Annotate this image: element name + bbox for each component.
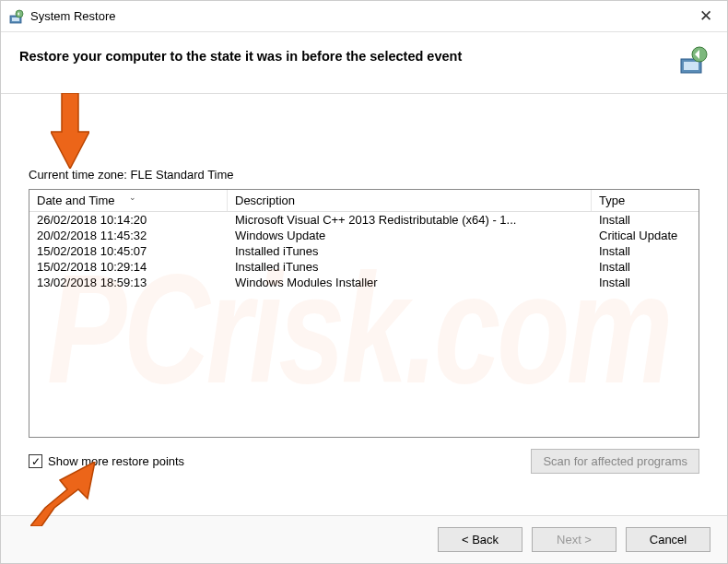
- annotation-arrow-up-right-icon: [30, 462, 104, 517]
- cell-description: Installed iTunes: [228, 259, 592, 275]
- cell-type: Install: [592, 259, 699, 275]
- timezone-label: Current time zone: FLE Standard Time: [29, 168, 699, 182]
- wizard-header: Restore your computer to the state it wa…: [1, 32, 727, 94]
- column-header-description[interactable]: Description: [228, 190, 592, 211]
- scan-affected-button[interactable]: Scan for affected programs: [531, 449, 699, 474]
- wizard-body: Current time zone: FLE Standard Time Dat…: [1, 94, 727, 483]
- table-row[interactable]: 15/02/2018 10:45:07Installed iTunesInsta…: [29, 243, 699, 259]
- svg-rect-1: [12, 18, 19, 21]
- list-header: Date and Time ⌄ Description Type: [29, 190, 699, 212]
- column-header-date[interactable]: Date and Time ⌄: [29, 190, 228, 211]
- cell-date: 15/02/2018 10:45:07: [29, 243, 228, 259]
- system-restore-large-icon: [677, 45, 709, 76]
- close-button[interactable]: ✕: [692, 6, 720, 26]
- page-heading: Restore your computer to the state it wa…: [19, 41, 677, 64]
- cell-date: 20/02/2018 11:45:32: [29, 228, 228, 243]
- window-titlebar: System Restore ✕: [1, 1, 727, 32]
- cell-type: Install: [592, 212, 699, 228]
- cell-description: Microsoft Visual C++ 2013 Redistributabl…: [228, 212, 592, 228]
- back-button[interactable]: < Back: [438, 527, 523, 552]
- column-date-label: Date and Time: [37, 194, 115, 207]
- cell-type: Critical Update: [592, 228, 699, 243]
- cell-date: 15/02/2018 10:29:14: [29, 259, 228, 275]
- cell-description: Windows Update: [228, 228, 592, 243]
- cell-type: Install: [592, 243, 699, 259]
- next-button[interactable]: Next >: [532, 527, 616, 552]
- system-restore-icon: [8, 8, 25, 25]
- table-row[interactable]: 26/02/2018 10:14:20Microsoft Visual C++ …: [29, 212, 699, 228]
- table-row[interactable]: 15/02/2018 10:29:14Installed iTunesInsta…: [29, 259, 699, 275]
- cell-date: 26/02/2018 10:14:20: [29, 212, 228, 228]
- wizard-footer: < Back Next > Cancel: [1, 515, 727, 563]
- window-title: System Restore: [30, 9, 692, 23]
- svg-rect-4: [684, 62, 699, 70]
- sort-indicator-icon: ⌄: [129, 193, 136, 202]
- annotation-arrow-down-icon: [51, 93, 88, 167]
- restore-points-list[interactable]: Date and Time ⌄ Description Type 26/02/2…: [29, 189, 699, 438]
- cancel-button[interactable]: Cancel: [626, 527, 710, 552]
- column-header-type[interactable]: Type: [592, 190, 699, 211]
- cell-date: 13/02/2018 18:59:13: [29, 275, 228, 290]
- table-row[interactable]: 13/02/2018 18:59:13Windows Modules Insta…: [29, 275, 699, 290]
- cell-description: Windows Modules Installer: [228, 275, 592, 290]
- cell-type: Install: [592, 275, 699, 290]
- cell-description: Installed iTunes: [228, 243, 592, 259]
- table-row[interactable]: 20/02/2018 11:45:32Windows UpdateCritica…: [29, 228, 699, 243]
